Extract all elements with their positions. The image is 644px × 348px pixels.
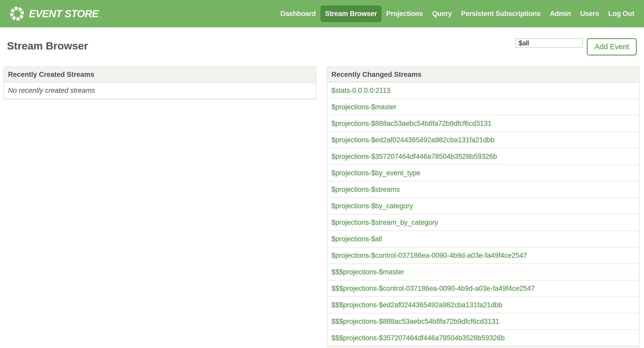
stream-row: $projections-$by_event_type — [327, 165, 639, 181]
add-event-button[interactable]: Add Event — [587, 38, 637, 55]
stream-row: $$$projections-$ed2af0244365492a982cba13… — [327, 297, 639, 313]
stream-name-input[interactable] — [515, 38, 583, 48]
stream-panels: Recently Created Streams No recently cre… — [3, 67, 640, 347]
header-actions: Add Event — [515, 38, 637, 55]
navbar-item[interactable]: Stream Browser — [320, 5, 382, 22]
navbar-item[interactable]: Admin — [545, 5, 575, 22]
stream-link[interactable]: $projections-$888ac53aebc54b8fa72b9dfcf6… — [332, 120, 492, 128]
stream-link[interactable]: $$$projections-$888ac53aebc54b8fa72b9dfc… — [332, 318, 499, 326]
navbar-item[interactable]: Query — [428, 5, 456, 22]
navbar-item[interactable]: Log Out — [604, 5, 639, 22]
stream-link[interactable]: $projections-$master — [332, 103, 396, 111]
stream-row: $$$projections-$888ac53aebc54b8fa72b9dfc… — [327, 313, 639, 330]
recently-changed-panel: Recently Changed Streams $stats-0.0.0.0:… — [327, 67, 640, 347]
stream-link[interactable]: $projections-$streams — [332, 186, 400, 194]
stream-row: $stats-0.0.0.0:2113 — [327, 82, 639, 99]
stream-row: $projections-$master — [327, 99, 639, 115]
recently-changed-panel-title: Recently Changed Streams — [327, 67, 639, 82]
stream-link[interactable]: $projections-$all — [332, 235, 382, 243]
navbar-menu: Dashboard Stream Browser Projections Que… — [276, 5, 639, 22]
stream-row: $projections-$all — [327, 231, 639, 247]
event-store-logo-icon — [9, 6, 25, 22]
stream-link[interactable]: $projections-$ed2af0244365492a982cba131f… — [332, 136, 495, 144]
stream-row: $projections-$888ac53aebc54b8fa72b9dfcf6… — [327, 115, 639, 132]
brand-trademark: . — [99, 13, 101, 18]
stream-link[interactable]: $projections-$control-037186ea-0090-4b9d… — [332, 252, 527, 260]
stream-row: $projections-$streams — [327, 181, 639, 198]
stream-link[interactable]: $$$projections-$357207464df446a78504b352… — [332, 334, 505, 342]
recently-created-panel-title: Recently Created Streams — [4, 67, 316, 82]
recently-created-empty-message: No recently created streams — [4, 82, 316, 99]
stream-row: $projections-$by_category — [327, 198, 639, 214]
stream-row: $$$projections-$control-037186ea-0090-4b… — [327, 280, 639, 297]
event-store-brand: EVENT STORE. — [9, 6, 100, 22]
stream-row: $projections-$357207464df446a78504b3528b… — [327, 148, 639, 165]
stream-link[interactable]: $$$projections-$ed2af0244365492a982cba13… — [332, 301, 503, 309]
recently-created-panel: Recently Created Streams No recently cre… — [3, 67, 316, 100]
stream-link[interactable]: $$$projections-$control-037186ea-0090-4b… — [332, 285, 535, 293]
brand-name: EVENT STORE — [29, 8, 99, 19]
stream-row: $projections-$ed2af0244365492a982cba131f… — [327, 132, 639, 148]
stream-row: $$$projections-$master — [327, 264, 639, 280]
recently-changed-stream-list: $stats-0.0.0.0:2113 $projections-$master… — [327, 82, 639, 346]
stream-link[interactable]: $projections-$by_event_type — [332, 169, 420, 177]
top-navbar: EVENT STORE. Dashboard Stream Browser Pr… — [0, 0, 644, 27]
brand-text: EVENT STORE. — [29, 8, 100, 20]
stream-browser-page: EVENT STORE. Dashboard Stream Browser Pr… — [0, 0, 644, 348]
navbar-item[interactable]: Projections — [382, 5, 428, 22]
stream-link[interactable]: $stats-0.0.0.0:2113 — [332, 87, 391, 95]
page-header: Stream Browser Add Event — [0, 27, 644, 67]
navbar-item[interactable]: Users — [575, 5, 604, 22]
stream-row: $projections-$control-037186ea-0090-4b9d… — [327, 247, 639, 264]
stream-link[interactable]: $projections-$357207464df446a78504b3528b… — [332, 153, 497, 161]
stream-row: $projections-$stream_by_category — [327, 214, 639, 231]
navbar-item[interactable]: Dashboard — [276, 5, 320, 22]
stream-row: $$$projections-$357207464df446a78504b352… — [327, 330, 639, 346]
stream-link[interactable]: $$$projections-$master — [332, 268, 404, 276]
navbar-item[interactable]: Persistent Subscriptions — [456, 5, 545, 22]
stream-link[interactable]: $projections-$by_category — [332, 202, 413, 210]
page-title: Stream Browser — [7, 40, 88, 52]
stream-link[interactable]: $projections-$stream_by_category — [332, 219, 438, 227]
